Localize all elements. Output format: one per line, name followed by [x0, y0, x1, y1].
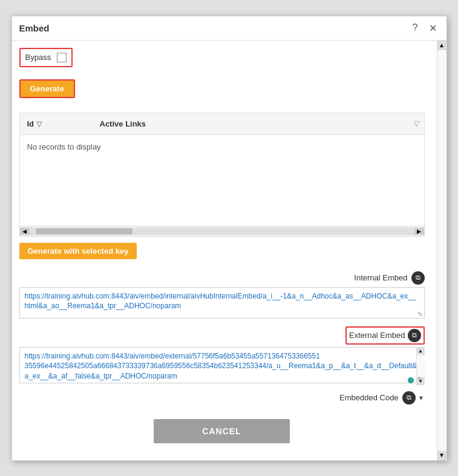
col-active-links-header: Active Links: [93, 117, 409, 131]
generate-btn-wrapper: Generate: [19, 79, 75, 98]
internal-embed-section: Internal Embed ⧉ ✎: [19, 271, 425, 320]
col-id-header: Id ▽: [20, 117, 93, 131]
footer: CANCEL: [19, 413, 425, 453]
external-embed-section: External Embed ⧉ ▲ ▼ ✎: [19, 326, 425, 385]
table-scroll-thumb: [36, 228, 132, 234]
embedded-code-row: Embedded Code ⧉ ▼: [19, 391, 425, 405]
external-embed-box: External Embed ⧉: [345, 326, 425, 345]
bypass-section: Bypass: [19, 48, 425, 73]
table-container: Id ▽ Active Links ▽ No records to displa…: [19, 113, 425, 237]
table-header: Id ▽ Active Links ▽: [20, 113, 424, 135]
table-scroll-track: [30, 228, 414, 235]
table-scrollbar-row: ◀ ▶: [20, 226, 424, 236]
external-embed-textarea[interactable]: [19, 347, 425, 383]
table-scroll-left-btn[interactable]: ◀: [20, 228, 30, 235]
embedded-code-icons: ⧉ ▼: [402, 391, 425, 405]
internal-embed-copy-button[interactable]: ⧉: [411, 271, 425, 285]
scroll-up-btn[interactable]: ▲: [437, 41, 447, 50]
help-icon-button[interactable]: ?: [410, 21, 420, 35]
external-embed-label-row: External Embed ⧉: [19, 326, 425, 345]
generate-button[interactable]: Generate: [21, 81, 74, 97]
embedded-code-dropdown-button[interactable]: ▼: [418, 394, 425, 402]
cancel-button[interactable]: CANCEL: [154, 419, 289, 443]
external-embed-textarea-wrapper: ▲ ▼ ✎: [19, 347, 425, 385]
internal-embed-textarea-wrapper: ✎: [19, 287, 425, 320]
dialog-body: Bypass Generate Id ▽ Active Links ▽: [12, 41, 437, 460]
internal-embed-label: Internal Embed: [354, 273, 407, 282]
bypass-row: Bypass: [19, 48, 73, 67]
internal-embed-textarea[interactable]: [19, 287, 425, 319]
internal-embed-label-row: Internal Embed ⧉: [19, 271, 425, 285]
external-embed-copy-button[interactable]: ⧉: [408, 329, 421, 342]
embedded-code-label: Embedded Code: [339, 393, 399, 402]
scroll-down-btn[interactable]: ▼: [437, 451, 447, 460]
dialog-title: Embed: [19, 23, 50, 33]
dialog-scrollbar[interactable]: ▲ ▼: [437, 41, 447, 460]
dialog-title-bar: Embed ? ✕: [12, 16, 447, 41]
close-icon-button[interactable]: ✕: [427, 21, 439, 35]
bypass-checkbox[interactable]: [57, 53, 67, 62]
table-scroll-right-btn[interactable]: ▶: [414, 228, 424, 235]
bypass-label: Bypass: [25, 53, 51, 62]
generate-selected-section: Generate with selected key: [19, 243, 425, 265]
ext-scroll-track: [417, 355, 425, 377]
green-dot-indicator: [408, 377, 414, 383]
embed-dialog: Embed ? ✕ ▲ ▼ Bypass Generate: [11, 16, 447, 461]
active-links-filter-icon[interactable]: ▽: [409, 117, 424, 131]
title-icons: ? ✕: [410, 21, 439, 35]
generate-btn-section: Generate: [19, 79, 425, 105]
table-body: No records to display: [20, 135, 424, 226]
scroll-track: [437, 50, 447, 451]
no-records-text: No records to display: [27, 142, 101, 151]
id-filter-icon[interactable]: ▽: [36, 120, 42, 128]
generate-selected-key-button[interactable]: Generate with selected key: [19, 243, 137, 259]
internal-embed-edit-icon[interactable]: ✎: [417, 311, 423, 319]
external-embed-edit-icon[interactable]: ✎: [417, 375, 423, 383]
external-embed-label: External Embed: [349, 331, 405, 340]
embedded-code-copy-button[interactable]: ⧉: [402, 391, 416, 405]
ext-scroll-up-btn[interactable]: ▲: [417, 347, 425, 355]
